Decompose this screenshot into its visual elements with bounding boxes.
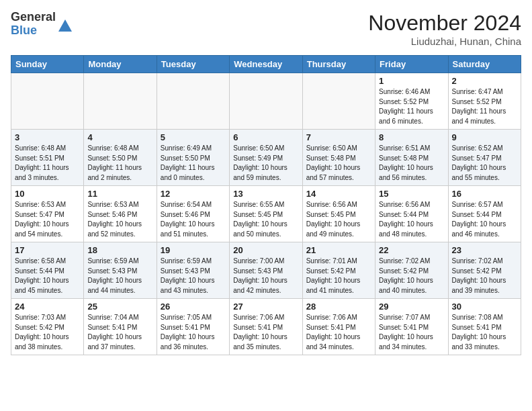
- weekday-header-wednesday: Wednesday: [230, 56, 302, 73]
- logo-blue-text: Blue: [11, 24, 56, 38]
- calendar-cell: 7Sunrise: 6:50 AM Sunset: 5:48 PM Daylig…: [302, 130, 375, 186]
- calendar-cell: 10Sunrise: 6:53 AM Sunset: 5:47 PM Dayli…: [11, 186, 84, 242]
- calendar-cell: [157, 73, 229, 130]
- calendar-cell: 14Sunrise: 6:56 AM Sunset: 5:45 PM Dayli…: [302, 186, 375, 242]
- day-number: 19: [161, 245, 226, 255]
- day-number: 4: [87, 132, 152, 142]
- day-number: 23: [452, 245, 517, 255]
- day-info: Sunrise: 6:47 AM Sunset: 5:52 PM Dayligh…: [452, 87, 517, 126]
- day-info: Sunrise: 6:53 AM Sunset: 5:46 PM Dayligh…: [87, 200, 152, 239]
- weekday-header-thursday: Thursday: [302, 56, 375, 73]
- week-row-5: 24Sunrise: 7:03 AM Sunset: 5:42 PM Dayli…: [11, 299, 521, 355]
- day-info: Sunrise: 6:49 AM Sunset: 5:50 PM Dayligh…: [161, 144, 226, 183]
- day-info: Sunrise: 7:08 AM Sunset: 5:41 PM Dayligh…: [452, 313, 517, 352]
- calendar-cell: 26Sunrise: 7:05 AM Sunset: 5:41 PM Dayli…: [157, 299, 229, 355]
- day-info: Sunrise: 6:54 AM Sunset: 5:46 PM Dayligh…: [161, 200, 226, 239]
- calendar-cell: 25Sunrise: 7:04 AM Sunset: 5:41 PM Dayli…: [84, 299, 157, 355]
- calendar-cell: 3Sunrise: 6:48 AM Sunset: 5:51 PM Daylig…: [11, 130, 84, 186]
- day-info: Sunrise: 6:59 AM Sunset: 5:43 PM Dayligh…: [87, 257, 152, 295]
- weekday-header-saturday: Saturday: [448, 56, 521, 73]
- day-number: 14: [306, 189, 371, 199]
- week-row-2: 3Sunrise: 6:48 AM Sunset: 5:51 PM Daylig…: [11, 130, 521, 186]
- logo-triangle-icon: [58, 19, 72, 32]
- day-number: 9: [452, 132, 517, 142]
- day-info: Sunrise: 6:50 AM Sunset: 5:49 PM Dayligh…: [233, 144, 298, 183]
- day-number: 16: [452, 189, 517, 199]
- day-number: 8: [379, 132, 444, 142]
- day-number: 13: [233, 189, 298, 199]
- day-number: 20: [233, 245, 298, 255]
- day-number: 24: [15, 302, 80, 312]
- calendar-cell: 11Sunrise: 6:53 AM Sunset: 5:46 PM Dayli…: [84, 186, 157, 242]
- weekday-header-row: SundayMondayTuesdayWednesdayThursdayFrid…: [11, 56, 521, 73]
- calendar-cell: [302, 73, 375, 130]
- day-info: Sunrise: 6:55 AM Sunset: 5:45 PM Dayligh…: [233, 200, 298, 239]
- calendar-cell: 21Sunrise: 7:01 AM Sunset: 5:42 PM Dayli…: [302, 242, 375, 299]
- calendar-cell: 24Sunrise: 7:03 AM Sunset: 5:42 PM Dayli…: [11, 299, 84, 355]
- day-info: Sunrise: 6:53 AM Sunset: 5:47 PM Dayligh…: [15, 200, 80, 239]
- calendar-cell: [11, 73, 84, 130]
- day-number: 12: [161, 189, 226, 199]
- calendar-cell: 29Sunrise: 7:07 AM Sunset: 5:41 PM Dayli…: [375, 299, 448, 355]
- day-number: 10: [15, 189, 80, 199]
- calendar-table: SundayMondayTuesdayWednesdayThursdayFrid…: [11, 55, 521, 355]
- day-number: 7: [306, 132, 371, 142]
- header: General Blue November 2024 Liuduzhai, Hu…: [11, 11, 521, 47]
- day-info: Sunrise: 7:07 AM Sunset: 5:41 PM Dayligh…: [379, 313, 444, 352]
- day-number: 26: [161, 302, 226, 312]
- day-number: 22: [379, 245, 444, 255]
- day-info: Sunrise: 7:06 AM Sunset: 5:41 PM Dayligh…: [306, 313, 371, 352]
- day-info: Sunrise: 7:06 AM Sunset: 5:41 PM Dayligh…: [233, 313, 298, 352]
- calendar-cell: 8Sunrise: 6:51 AM Sunset: 5:48 PM Daylig…: [375, 130, 448, 186]
- day-info: Sunrise: 6:52 AM Sunset: 5:47 PM Dayligh…: [452, 144, 517, 183]
- calendar-cell: 15Sunrise: 6:56 AM Sunset: 5:44 PM Dayli…: [375, 186, 448, 242]
- day-number: 3: [15, 132, 80, 142]
- day-info: Sunrise: 6:48 AM Sunset: 5:51 PM Dayligh…: [15, 144, 80, 183]
- day-number: 6: [233, 132, 298, 142]
- day-info: Sunrise: 6:56 AM Sunset: 5:44 PM Dayligh…: [379, 200, 444, 239]
- day-info: Sunrise: 6:56 AM Sunset: 5:45 PM Dayligh…: [306, 200, 371, 239]
- week-row-4: 17Sunrise: 6:58 AM Sunset: 5:44 PM Dayli…: [11, 242, 521, 299]
- day-info: Sunrise: 6:59 AM Sunset: 5:43 PM Dayligh…: [161, 257, 226, 295]
- day-number: 21: [306, 245, 371, 255]
- day-info: Sunrise: 7:04 AM Sunset: 5:41 PM Dayligh…: [87, 313, 152, 352]
- day-info: Sunrise: 7:00 AM Sunset: 5:43 PM Dayligh…: [233, 257, 298, 295]
- location: Liuduzhai, Hunan, China: [368, 36, 521, 47]
- weekday-header-sunday: Sunday: [11, 56, 84, 73]
- day-info: Sunrise: 6:46 AM Sunset: 5:52 PM Dayligh…: [379, 87, 444, 126]
- logo-mark: General Blue: [11, 11, 72, 38]
- logo-text: General Blue: [11, 11, 56, 38]
- day-info: Sunrise: 7:05 AM Sunset: 5:41 PM Dayligh…: [161, 313, 226, 352]
- calendar-cell: 23Sunrise: 7:02 AM Sunset: 5:42 PM Dayli…: [448, 242, 521, 299]
- day-info: Sunrise: 7:02 AM Sunset: 5:42 PM Dayligh…: [379, 257, 444, 295]
- day-number: 29: [379, 302, 444, 312]
- calendar-cell: 20Sunrise: 7:00 AM Sunset: 5:43 PM Dayli…: [230, 242, 302, 299]
- calendar-cell: 2Sunrise: 6:47 AM Sunset: 5:52 PM Daylig…: [448, 73, 521, 130]
- weekday-header-friday: Friday: [375, 56, 448, 73]
- day-info: Sunrise: 6:58 AM Sunset: 5:44 PM Dayligh…: [15, 257, 80, 295]
- calendar-cell: 13Sunrise: 6:55 AM Sunset: 5:45 PM Dayli…: [230, 186, 302, 242]
- weekday-header-monday: Monday: [84, 56, 157, 73]
- day-info: Sunrise: 7:02 AM Sunset: 5:42 PM Dayligh…: [452, 257, 517, 295]
- page-container: General Blue November 2024 Liuduzhai, Hu…: [0, 0, 532, 361]
- calendar-cell: 30Sunrise: 7:08 AM Sunset: 5:41 PM Dayli…: [448, 299, 521, 355]
- calendar-cell: 18Sunrise: 6:59 AM Sunset: 5:43 PM Dayli…: [84, 242, 157, 299]
- calendar-cell: 19Sunrise: 6:59 AM Sunset: 5:43 PM Dayli…: [157, 242, 229, 299]
- calendar-cell: 28Sunrise: 7:06 AM Sunset: 5:41 PM Dayli…: [302, 299, 375, 355]
- calendar-cell: 22Sunrise: 7:02 AM Sunset: 5:42 PM Dayli…: [375, 242, 448, 299]
- calendar-cell: [84, 73, 157, 130]
- day-number: 18: [87, 245, 152, 255]
- day-number: 2: [452, 76, 517, 86]
- day-number: 27: [233, 302, 298, 312]
- calendar-cell: 5Sunrise: 6:49 AM Sunset: 5:50 PM Daylig…: [157, 130, 229, 186]
- day-number: 5: [161, 132, 226, 142]
- day-number: 17: [15, 245, 80, 255]
- title-area: November 2024 Liuduzhai, Hunan, China: [368, 11, 521, 47]
- day-number: 11: [87, 189, 152, 199]
- calendar-cell: 17Sunrise: 6:58 AM Sunset: 5:44 PM Dayli…: [11, 242, 84, 299]
- calendar-cell: [230, 73, 302, 130]
- calendar-cell: 1Sunrise: 6:46 AM Sunset: 5:52 PM Daylig…: [375, 73, 448, 130]
- calendar-cell: 12Sunrise: 6:54 AM Sunset: 5:46 PM Dayli…: [157, 186, 229, 242]
- logo: General Blue: [11, 11, 72, 38]
- day-info: Sunrise: 7:01 AM Sunset: 5:42 PM Dayligh…: [306, 257, 371, 295]
